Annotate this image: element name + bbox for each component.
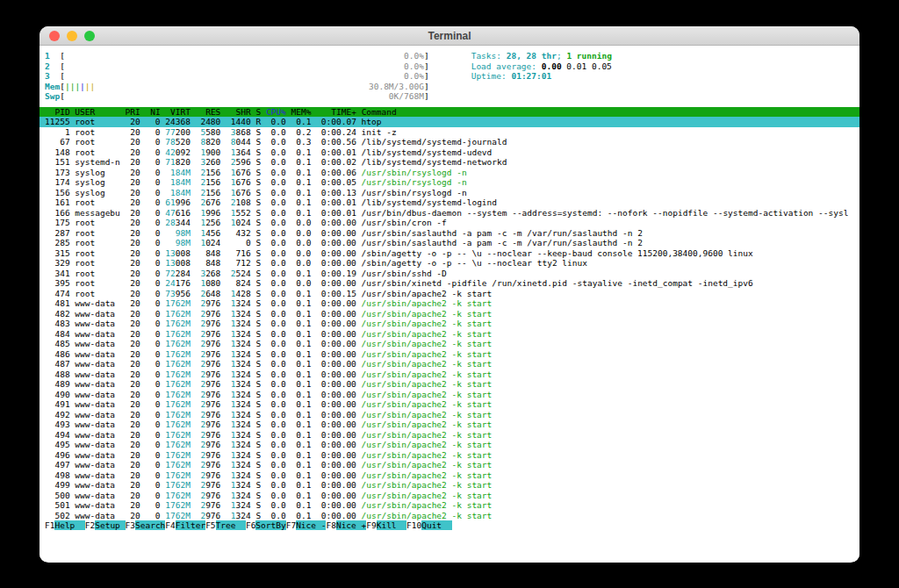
column-header-res[interactable]: RES (196, 107, 221, 117)
process-row[interactable]: 329 root 20 0 13008 848 712 S 0.0 0.0 0:… (40, 258, 859, 269)
fkey-f6[interactable]: F6SortBy (246, 520, 286, 530)
process-row[interactable]: 484 www-data 20 0 1762M 2976 1324 S 0.0 … (40, 329, 859, 340)
process-row[interactable]: 151 systemd-n 20 0 71820 3260 2596 S 0.0… (40, 157, 859, 168)
process-row[interactable]: 315 root 20 0 13008 848 716 S 0.0 0.0 0:… (40, 248, 859, 259)
process-row[interactable]: 67 root 20 0 78520 8820 8044 S 0.0 0.3 0… (40, 137, 859, 147)
fkey-f7-label: Nice - (296, 520, 326, 530)
uptime: Uptime: 01:27:01 (466, 71, 612, 82)
htop-header-meters: 1 [0.0%]2 [0.0%]3 [0.0%]Mem[||||||30.8M/… (40, 51, 859, 102)
process-row[interactable]: 490 www-data 20 0 1762M 2976 1324 S 0.0 … (40, 390, 859, 400)
minimize-button[interactable] (67, 31, 77, 41)
process-row[interactable]: 499 www-data 20 0 1762M 2976 1324 S 0.0 … (40, 480, 859, 491)
fkey-f8[interactable]: F8Nice + (326, 520, 366, 530)
process-row[interactable]: 491 www-data 20 0 1762M 2976 1324 S 0.0 … (40, 399, 859, 410)
process-row[interactable]: 492 www-data 20 0 1762M 2976 1324 S 0.0 … (40, 410, 859, 420)
cpu3-meter: 3 [0.0%] (40, 71, 429, 82)
column-header-cmd[interactable]: Command (362, 107, 397, 117)
fkey-f9[interactable]: F9Kill (366, 520, 406, 530)
fkey-f3[interactable]: F3Search (126, 520, 166, 530)
process-row[interactable]: 148 root 20 0 42092 1900 1364 S 0.0 0.1 … (40, 147, 859, 158)
close-button[interactable] (49, 31, 60, 41)
process-row[interactable]: 502 www-data 20 0 1762M 2976 1324 S 0.0 … (40, 511, 859, 521)
column-header-time[interactable]: TIME+ (316, 107, 356, 117)
fkey-f4-key: F4 (165, 520, 175, 530)
fkey-f1[interactable]: F1Help (45, 520, 85, 530)
process-row[interactable]: 501 www-data 20 0 1762M 2976 1324 S 0.0 … (40, 500, 859, 511)
fkey-f4[interactable]: F4Filter (165, 520, 205, 530)
fkey-f4-label: Filter (176, 520, 205, 530)
fkey-f5-label: Tree (216, 520, 246, 530)
fkey-f5-key: F5 (205, 520, 215, 530)
process-row[interactable]: 173 syslog 20 0 184M 2156 1676 S 0.0 0.1… (40, 168, 859, 178)
column-header-pri[interactable]: PRI (126, 107, 140, 117)
fkey-f10[interactable]: F10Quit (406, 520, 452, 530)
column-header-virt[interactable]: VIRT (165, 107, 191, 117)
fkey-f3-key: F3 (126, 520, 135, 530)
process-row[interactable]: 481 www-data 20 0 1762M 2976 1324 S 0.0 … (40, 298, 859, 309)
fkey-f2-label: Setup (95, 520, 125, 530)
process-row[interactable]: 474 root 20 0 73956 2648 1428 S 0.0 0.1 … (40, 289, 859, 299)
column-header-pid[interactable]: PID (45, 107, 70, 117)
process-row[interactable]: 285 root 20 0 98M 1024 0 S 0.0 0.0 0:00.… (40, 238, 859, 248)
process-row[interactable]: 156 syslog 20 0 184M 2156 1676 S 0.0 0.1… (40, 188, 859, 198)
process-row[interactable]: 341 root 20 0 72284 3268 2524 S 0.0 0.1 … (40, 269, 859, 279)
fkey-f7[interactable]: F7Nice - (286, 520, 327, 530)
fkey-f3-label: Search (135, 520, 165, 530)
process-row[interactable]: 174 syslog 20 0 184M 2156 1676 S 0.0 0.1… (40, 177, 859, 188)
process-row[interactable]: 287 root 20 0 98M 1456 432 S 0.0 0.0 0:0… (40, 228, 859, 239)
fkey-f8-label: Nice + (336, 520, 366, 530)
fkey-f5[interactable]: F5Tree (205, 520, 246, 530)
meters-left-column: 1 [0.0%]2 [0.0%]3 [0.0%]Mem[||||||30.8M/… (40, 51, 859, 102)
process-row[interactable]: 11255 root 20 0 24368 2480 1440 R 0.0 0.… (40, 117, 859, 127)
process-row[interactable]: 489 www-data 20 0 1762M 2976 1324 S 0.0 … (40, 379, 859, 390)
table-body: 11255 root 20 0 24368 2480 1440 R 0.0 0.… (40, 117, 859, 520)
window-controls (49, 31, 95, 41)
process-row[interactable]: 486 www-data 20 0 1762M 2976 1324 S 0.0 … (40, 349, 859, 360)
process-row[interactable]: 493 www-data 20 0 1762M 2976 1324 S 0.0 … (40, 419, 859, 430)
zoom-button[interactable] (84, 31, 95, 41)
process-row[interactable]: 175 root 20 0 28344 1256 1024 S 0.0 0.0 … (40, 218, 859, 228)
fkey-f2-key: F2 (85, 520, 95, 530)
process-row[interactable]: 496 www-data 20 0 1762M 2976 1324 S 0.0 … (40, 450, 859, 461)
process-row[interactable]: 495 www-data 20 0 1762M 2976 1324 S 0.0 … (40, 440, 859, 450)
process-row[interactable]: 487 www-data 20 0 1762M 2976 1324 S 0.0 … (40, 359, 859, 369)
window-titlebar[interactable]: Terminal (40, 26, 859, 46)
column-header-mem[interactable]: MEM% (291, 107, 312, 117)
process-row[interactable]: 483 www-data 20 0 1762M 2976 1324 S 0.0 … (40, 319, 859, 329)
table-header-row: PID USER PRI NI VIRT RES SHR S CPU% MEM%… (40, 107, 859, 118)
process-row[interactable]: 494 www-data 20 0 1762M 2976 1324 S 0.0 … (40, 430, 859, 441)
function-key-bar: F1Help F2Setup F3SearchF4FilterF5Tree F6… (40, 520, 859, 531)
fkey-f2[interactable]: F2Setup (85, 520, 126, 530)
process-row[interactable]: 500 www-data 20 0 1762M 2976 1324 S 0.0 … (40, 491, 859, 501)
fkey-f8-key: F8 (326, 520, 335, 530)
process-row[interactable]: 395 root 20 0 24176 1080 824 S 0.0 0.0 0… (40, 278, 859, 289)
process-row[interactable]: 498 www-data 20 0 1762M 2976 1324 S 0.0 … (40, 470, 859, 481)
process-row[interactable]: 497 www-data 20 0 1762M 2976 1324 S 0.0 … (40, 460, 859, 470)
fkey-f6-key: F6 (246, 520, 255, 530)
column-header-cpu[interactable]: CPU% (266, 107, 286, 117)
process-table: PID USER PRI NI VIRT RES SHR S CPU% MEM%… (40, 107, 859, 521)
fkey-f1-key: F1 (45, 520, 54, 530)
load-average: Load average: 0.00 0.01 0.05 (466, 61, 612, 72)
process-row[interactable]: 485 www-data 20 0 1762M 2976 1324 S 0.0 … (40, 339, 859, 349)
column-header-user[interactable]: USER (75, 107, 119, 117)
column-header-shr[interactable]: SHR (226, 107, 251, 117)
fkey-f7-key: F7 (286, 520, 296, 530)
terminal-window: Terminal 1 [0.0%]2 [0.0%]3 [0.0%]Mem[|||… (40, 26, 859, 563)
fkey-f10-label: Quit (421, 520, 451, 530)
meters-right-column: Tasks: 28, 28 thr; 1 runningLoad average… (466, 51, 612, 82)
column-header-ni[interactable]: NI (145, 107, 160, 117)
process-row[interactable]: 166 messagebu 20 0 47616 1996 1552 S 0.0… (40, 208, 859, 219)
process-row[interactable]: 488 www-data 20 0 1762M 2976 1324 S 0.0 … (40, 369, 859, 380)
process-row[interactable]: 482 www-data 20 0 1762M 2976 1324 S 0.0 … (40, 309, 859, 319)
memory-meter: Mem[||||||30.8M/3.00G] (40, 82, 429, 92)
fkey-f6-label: SortBy (255, 520, 285, 530)
fkey-f9-key: F9 (366, 520, 376, 530)
fkey-f1-label: Help (54, 520, 84, 530)
window-title: Terminal (428, 30, 471, 42)
fkey-f10-key: F10 (406, 520, 421, 530)
process-row[interactable]: 1 root 20 0 77200 5580 3868 S 0.0 0.2 0:… (40, 127, 859, 138)
terminal-screen[interactable]: 1 [0.0%]2 [0.0%]3 [0.0%]Mem[||||||30.8M/… (40, 46, 859, 562)
process-row[interactable]: 161 root 20 0 61996 2676 2108 S 0.0 0.1 … (40, 197, 859, 208)
desktop-background: Terminal 1 [0.0%]2 [0.0%]3 [0.0%]Mem[|||… (0, 0, 899, 588)
